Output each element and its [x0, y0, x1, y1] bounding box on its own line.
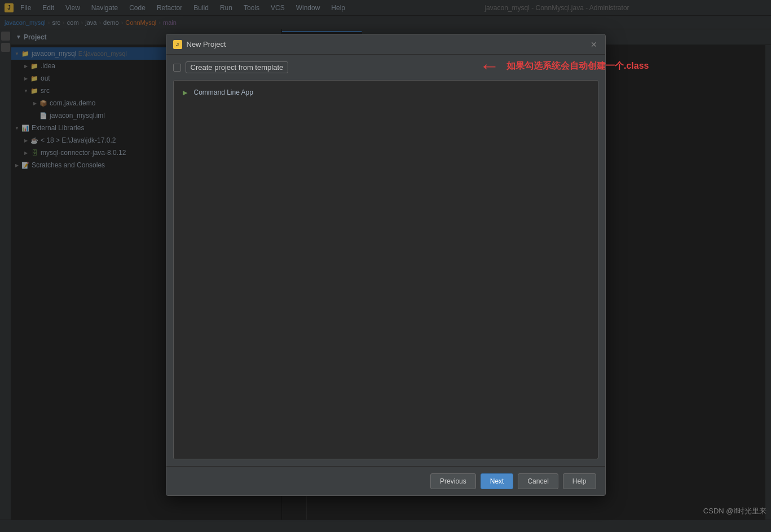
template-item-command-line[interactable]: ▶ Command Line App — [174, 85, 598, 100]
watermark-text: CSDN @if时光里来 — [703, 507, 766, 515]
dialog-overlay: J New Project ✕ Create project from temp… — [0, 0, 771, 532]
dialog-app-icon: J — [173, 40, 182, 49]
next-button[interactable]: Next — [481, 473, 514, 489]
annotation-arrow: ← — [479, 54, 500, 78]
create-from-template-checkbox[interactable] — [173, 64, 181, 72]
dialog-header: J New Project ✕ — [166, 34, 605, 55]
annotation-area: ← 如果勾选系统会自动创建一个.class — [479, 54, 649, 78]
dialog-footer: Previous Next Cancel Help — [166, 466, 605, 495]
previous-button[interactable]: Previous — [430, 473, 476, 489]
template-icon: ▶ — [180, 88, 190, 97]
dialog-body: Create project from template ▶ Command L… — [166, 55, 605, 466]
help-button[interactable]: Help — [563, 473, 596, 489]
template-label: Command Line App — [194, 88, 253, 96]
cancel-button[interactable]: Cancel — [518, 473, 558, 489]
dialog-title: New Project — [187, 40, 226, 48]
annotation-text: 如果勾选系统会自动创建一个.class — [506, 60, 649, 72]
new-project-dialog: J New Project ✕ Create project from temp… — [166, 34, 606, 496]
watermark: CSDN @if时光里来 — [703, 506, 766, 516]
dialog-close-button[interactable]: ✕ — [589, 40, 598, 49]
template-list: ▶ Command Line App — [173, 80, 598, 459]
create-from-template-label[interactable]: Create project from template — [186, 61, 289, 73]
